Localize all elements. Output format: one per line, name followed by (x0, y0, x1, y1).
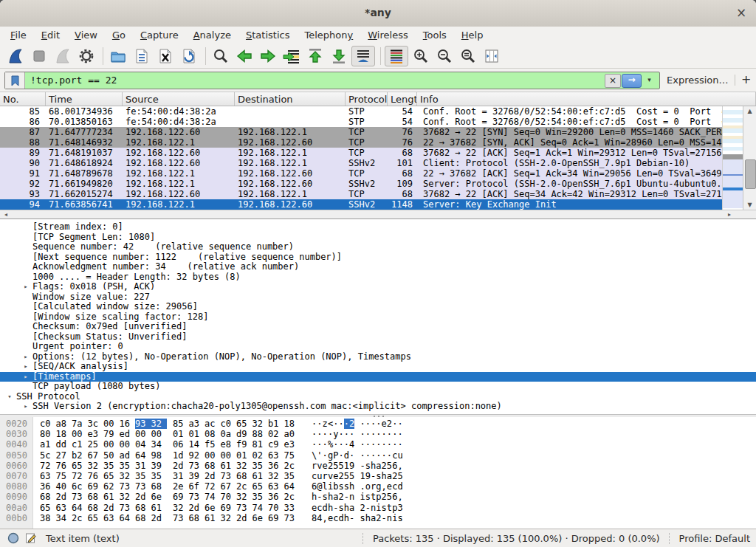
packet-row[interactable]: 8871.648146932192.168.122.1192.168.122.6… (0, 137, 722, 148)
stop-capture-icon[interactable] (28, 46, 50, 66)
detail-line[interactable]: Checksum: 0x79ed [unverified] (0, 322, 756, 332)
column-header-length[interactable]: Length (388, 92, 417, 106)
menu-item-go[interactable]: Go (105, 28, 133, 42)
go-back-icon[interactable] (233, 46, 255, 66)
column-header-source[interactable]: Source (123, 92, 235, 106)
close-window-icon[interactable]: × (734, 5, 749, 20)
packet-list-vertical-scrollbar[interactable]: ▲ ▼ (743, 106, 756, 210)
detail-line[interactable]: Window size value: 227 (0, 292, 756, 303)
colorize-icon[interactable] (385, 46, 408, 66)
go-to-packet-icon[interactable] (281, 46, 303, 66)
detail-line[interactable]: Acknowledgment number: 34 (relative ack … (0, 262, 756, 272)
title-bar[interactable]: *any × (0, 0, 756, 27)
zoom-reset-icon[interactable] (457, 46, 479, 66)
hex-row[interactable]: 0070637572766532353531392d7368613235curv… (0, 471, 756, 481)
detail-line[interactable]: TCP payload (1080 bytes) (0, 382, 756, 392)
hex-row[interactable]: 00505c27b26750ad64981d92000001026375\'·g… (0, 450, 756, 461)
zoom-in-icon[interactable] (410, 46, 432, 66)
auto-scroll-icon[interactable] (351, 46, 375, 66)
scroll-right-icon[interactable]: ▸ (724, 210, 735, 219)
detail-line[interactable]: ▸SSH Version 2 (encryption:chacha20-poly… (0, 402, 756, 412)
expander-down-icon[interactable]: ▾ (3, 392, 16, 402)
go-forward-icon[interactable] (257, 46, 279, 66)
hex-row[interactable]: 00b038342c656364682d736861322d6e697384,e… (0, 513, 756, 523)
menu-item-help[interactable]: Help (454, 28, 491, 42)
packet-row[interactable]: 9371.662015274192.168.122.60192.168.122.… (0, 189, 722, 199)
detail-line[interactable]: [Window size scaling factor: 128] (0, 312, 756, 323)
packet-row[interactable]: 8568.001734936fe:54:00:d4:38:2aSTP54Conf… (0, 106, 722, 117)
packet-row[interactable]: 9071.648618924192.168.122.60192.168.122.… (0, 158, 722, 168)
hex-row[interactable]: 0020c0a87a3c0016933285a3acc06532b118··z<… (0, 419, 756, 429)
filter-dropdown-icon[interactable]: ▾ (644, 74, 655, 86)
column-header-no[interactable]: No. (0, 92, 46, 106)
detail-line[interactable]: [Stream index: 0] (0, 222, 756, 233)
packet-row[interactable]: 9271.661949820192.168.122.1192.168.122.6… (0, 179, 722, 189)
go-to-top-icon[interactable] (304, 46, 326, 66)
save-file-icon[interactable] (131, 46, 153, 66)
menu-item-view[interactable]: View (67, 28, 105, 42)
detail-line[interactable]: ▸Flags: 0x018 (PSH, ACK) (0, 282, 756, 292)
expander-right-icon[interactable]: ▸ (19, 362, 32, 372)
zoom-out-icon[interactable] (433, 46, 456, 66)
expander-right-icon[interactable]: ▸ (19, 352, 32, 362)
restart-capture-icon[interactable] (52, 46, 74, 66)
find-packet-icon[interactable] (210, 46, 232, 66)
filter-clear-icon[interactable]: × (605, 74, 621, 88)
detail-line[interactable]: Urgent pointer: 0 (0, 342, 756, 352)
expander-right-icon[interactable]: ▸ (19, 372, 32, 382)
scroll-up-icon[interactable]: ▲ (743, 106, 756, 116)
expander-right-icon[interactable]: ▸ (19, 402, 32, 412)
filter-value[interactable]: !tcp.port == 22 (30, 75, 117, 86)
packet-row[interactable]: 8971.648191037192.168.122.60192.168.122.… (0, 148, 722, 158)
detail-line[interactable]: ▸Options: (12 bytes), No-Operation (NOP)… (0, 352, 756, 362)
scrollbar-thumb[interactable] (745, 159, 756, 189)
hex-row[interactable]: 006072766532353531392d7368613235362crve2… (0, 461, 756, 471)
column-header-info[interactable]: Info (417, 92, 756, 106)
close-capture-icon[interactable] (154, 46, 176, 66)
detail-line[interactable]: [Checksum Status: Unverified] (0, 332, 756, 343)
detail-line[interactable]: 1000 .... = Header Length: 32 bytes (8) (0, 272, 756, 283)
expression-button[interactable]: Expression… (667, 75, 729, 86)
scroll-left-icon[interactable]: ◂ (1, 210, 11, 219)
resize-columns-icon[interactable] (481, 46, 503, 66)
column-header-destination[interactable]: Destination (235, 92, 346, 106)
column-header-protocol[interactable]: Protocol (346, 92, 388, 106)
add-filter-button[interactable]: + (741, 72, 751, 86)
status-profile[interactable]: Profile: Default (679, 533, 750, 544)
hex-row[interactable]: 0090682d736861322d6e697374703235362ch-sh… (0, 492, 756, 502)
reload-icon[interactable] (178, 46, 200, 66)
open-file-icon[interactable] (107, 46, 129, 66)
menu-item-wireless[interactable]: Wireless (360, 28, 415, 42)
menu-item-statistics[interactable]: Statistics (238, 28, 298, 42)
menu-item-edit[interactable]: Edit (34, 28, 67, 42)
filter-bookmark-icon[interactable] (5, 72, 25, 89)
detail-line[interactable]: ▸[SEQ/ACK analysis] (0, 362, 756, 372)
expander-right-icon[interactable]: ▸ (19, 282, 32, 292)
packet-row[interactable]: 8670.013850163fe:54:00:d4:38:2aSTP54Conf… (0, 117, 722, 127)
menu-item-capture[interactable]: Capture (133, 28, 186, 42)
capture-options-icon[interactable] (75, 46, 97, 66)
column-header-time[interactable]: Time (46, 92, 123, 106)
hex-row[interactable]: 0030801800e379ed00000101080ad98802a0····… (0, 429, 756, 439)
packet-row[interactable]: 9471.663856741192.168.122.1192.168.122.6… (0, 199, 722, 210)
start-capture-icon[interactable] (4, 46, 27, 66)
expert-info-icon[interactable] (7, 532, 19, 547)
hex-row[interactable]: 008036406c69627373682e6f72672c6563646@li… (0, 481, 756, 492)
detail-line[interactable]: [Next sequence number: 1122 (relative se… (0, 252, 756, 263)
packet-list-minimap[interactable] (722, 106, 743, 210)
detail-line[interactable]: ▸[Timestamps] (0, 372, 756, 382)
scroll-down-icon[interactable]: ▼ (743, 200, 756, 210)
packet-row[interactable]: 8771.647777234192.168.122.60192.168.122.… (0, 127, 722, 137)
hex-row[interactable]: 00a0656364682d736861322d6e6973747033ecdh… (0, 503, 756, 513)
packet-list-horizontal-scrollbar[interactable]: ◂ ▸ (0, 210, 756, 219)
detail-line[interactable]: [TCP Segment Len: 1080] (0, 233, 756, 243)
go-to-bottom-icon[interactable] (328, 46, 350, 66)
detail-line[interactable]: ▾SSH Protocol (0, 392, 756, 402)
display-filter-input[interactable]: !tcp.port == 22 × → ▾ (4, 72, 660, 89)
menu-item-analyze[interactable]: Analyze (186, 28, 238, 42)
hex-row[interactable]: 0040a1ddc125000004340614f5e8f981c9e3···%… (0, 439, 756, 450)
menu-item-tools[interactable]: Tools (416, 28, 454, 42)
filter-apply-icon[interactable]: → (622, 74, 642, 88)
detail-line[interactable]: [Calculated window size: 29056] (0, 302, 756, 312)
menu-item-telephony[interactable]: Telephony (297, 28, 360, 42)
